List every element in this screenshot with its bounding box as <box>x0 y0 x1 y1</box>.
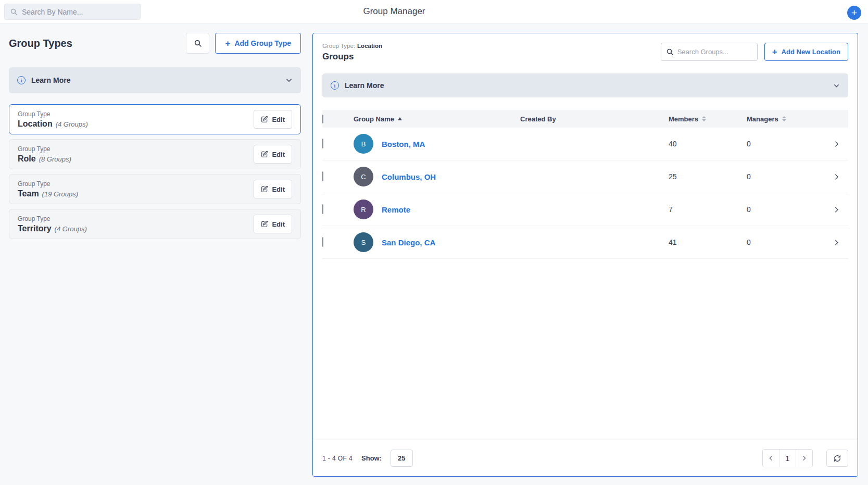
edit-label: Edit <box>272 220 285 228</box>
managers-cell: 0 <box>747 172 825 181</box>
row-checkbox-cell <box>322 139 345 148</box>
search-icon <box>194 39 202 47</box>
avatar: B <box>354 134 373 154</box>
group-type-card-role[interactable]: Group Type Role(8 Groups) Edit <box>9 139 301 169</box>
edit-group-type-button[interactable]: Edit <box>254 215 292 233</box>
sort-icon <box>702 116 706 121</box>
global-search-input[interactable] <box>22 8 135 16</box>
group-types-panel: Group Types + Add Group Type i Learn Mor… <box>9 33 301 239</box>
group-types-header: Group Types + Add Group Type <box>9 33 301 54</box>
select-all-cell <box>322 115 345 123</box>
add-group-type-button[interactable]: + Add Group Type <box>215 33 301 54</box>
column-header-group-name[interactable]: Group Name <box>345 115 520 123</box>
topbar: Group Manager + <box>0 0 868 23</box>
footer-right: 1 <box>762 449 848 467</box>
edit-icon <box>261 185 268 193</box>
groups-header-titles: Group Type:Location Groups <box>322 43 382 62</box>
row-checkbox-cell <box>322 172 345 181</box>
learn-more-label: Learn More <box>345 81 827 90</box>
results-range: 1 - 4 OF 4 <box>322 455 353 462</box>
group-types-search-button[interactable] <box>186 33 209 54</box>
table-row[interactable]: B Boston, MA 40 0 <box>322 128 848 160</box>
chevron-left-icon <box>768 455 774 462</box>
table-row[interactable]: S San Diego, CA 41 0 <box>322 226 848 259</box>
group-type-card-territory[interactable]: Group Type Territory(4 Groups) Edit <box>9 209 301 239</box>
edit-label: Edit <box>272 151 285 158</box>
refresh-button[interactable] <box>826 450 848 467</box>
row-expand-button[interactable] <box>825 239 848 246</box>
global-add-button[interactable]: + <box>847 6 861 20</box>
add-new-location-button[interactable]: + Add New Location <box>764 43 848 61</box>
managers-cell: 0 <box>747 140 825 148</box>
next-page-button[interactable] <box>796 450 812 467</box>
row-expand-button[interactable] <box>825 140 848 148</box>
group-name-link[interactable]: Boston, MA <box>382 140 425 148</box>
group-name-link[interactable]: Remote <box>382 205 410 214</box>
plus-icon: + <box>772 47 777 56</box>
groups-header: Group Type:Location Groups + Add New Loc… <box>322 43 848 62</box>
table-row[interactable]: C Columbus, OH 25 0 <box>322 160 848 193</box>
chevron-right-icon <box>833 206 840 214</box>
group-name-cell: S San Diego, CA <box>345 232 520 252</box>
table-footer: 1 - 4 OF 4 Show: 25 1 <box>313 440 858 476</box>
row-checkbox[interactable] <box>322 237 323 247</box>
members-cell: 25 <box>669 172 747 181</box>
edit-group-type-button[interactable]: Edit <box>254 145 292 164</box>
plus-icon: + <box>851 6 857 19</box>
group-name-cell: R Remote <box>345 200 520 219</box>
info-icon: i <box>331 81 339 90</box>
global-search[interactable] <box>4 4 141 20</box>
group-type-card-text: Group Type Role(8 Groups) <box>18 145 71 164</box>
row-checkbox[interactable] <box>322 139 323 148</box>
avatar: R <box>354 200 373 219</box>
groups-search-input[interactable] <box>677 48 752 56</box>
previous-page-button[interactable] <box>763 450 779 467</box>
group-type-name: Role(8 Groups) <box>18 154 71 164</box>
row-checkbox-cell <box>322 205 345 214</box>
chevron-right-icon <box>833 173 840 181</box>
info-icon: i <box>17 76 26 84</box>
managers-cell: 0 <box>747 205 825 214</box>
learn-more-label: Learn More <box>31 76 280 84</box>
current-page[interactable]: 1 <box>779 450 796 467</box>
edit-label: Edit <box>272 185 285 193</box>
table-row[interactable]: R Remote 7 0 <box>322 193 848 226</box>
column-header-created-by: Created By <box>520 115 669 123</box>
chevron-right-icon <box>833 140 840 148</box>
sort-ascending-icon <box>398 117 402 120</box>
pagination: 1 <box>762 449 813 467</box>
chevron-right-icon <box>833 239 840 246</box>
add-group-type-label: Add Group Type <box>234 39 291 47</box>
groups-search[interactable] <box>661 43 758 61</box>
group-name-link[interactable]: Columbus, OH <box>382 172 436 181</box>
group-type-count: (4 Groups) <box>56 120 88 128</box>
page-title: Group Manager <box>363 6 425 17</box>
row-checkbox[interactable] <box>322 204 323 214</box>
edit-group-type-button[interactable]: Edit <box>254 110 292 129</box>
chevron-down-icon <box>285 77 293 84</box>
group-name-cell: B Boston, MA <box>345 134 520 154</box>
column-header-managers[interactable]: Managers <box>747 115 825 123</box>
select-all-checkbox[interactable] <box>322 115 323 123</box>
refresh-icon <box>833 454 841 463</box>
group-name-link[interactable]: San Diego, CA <box>382 238 435 247</box>
group-type-label: Group Type <box>18 110 88 118</box>
group-type-label: Group Type <box>18 180 78 188</box>
row-checkbox[interactable] <box>322 171 323 181</box>
edit-label: Edit <box>272 116 285 123</box>
add-new-location-label: Add New Location <box>782 48 840 56</box>
group-name-cell: C Columbus, OH <box>345 167 520 186</box>
group-types-learn-more[interactable]: i Learn More <box>9 67 301 93</box>
edit-group-type-button[interactable]: Edit <box>254 180 292 198</box>
group-type-label: Group Type <box>18 215 87 222</box>
group-type-card-team[interactable]: Group Type Team(19 Groups) Edit <box>9 174 301 204</box>
group-type-count: (8 Groups) <box>39 155 71 163</box>
row-expand-button[interactable] <box>825 173 848 181</box>
column-header-members[interactable]: Members <box>669 115 747 123</box>
group-type-breadcrumb: Group Type:Location <box>322 43 382 49</box>
row-expand-button[interactable] <box>825 206 848 214</box>
groups-learn-more[interactable]: i Learn More <box>322 73 848 97</box>
page-size-select[interactable]: 25 <box>391 450 412 467</box>
edit-icon <box>261 220 268 228</box>
group-type-card-location[interactable]: Group Type Location(4 Groups) Edit <box>9 104 301 134</box>
